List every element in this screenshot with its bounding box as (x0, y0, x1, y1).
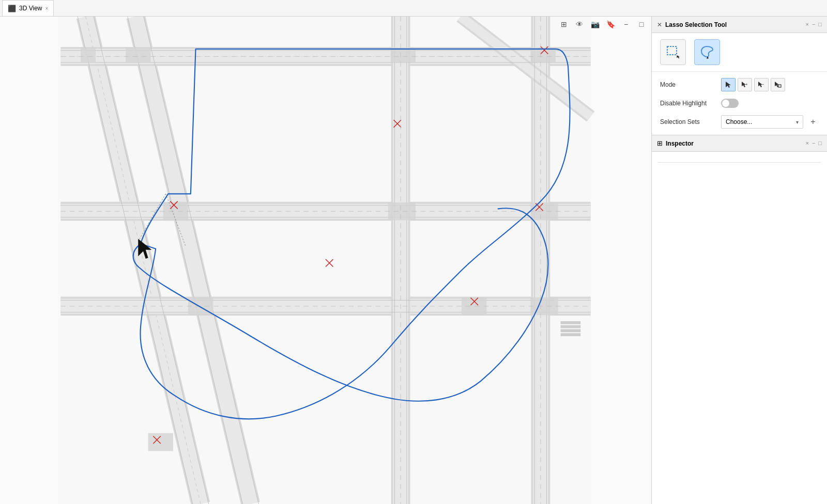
svg-rect-47 (561, 333, 581, 336)
inspector-win-controls: × − □ (805, 140, 822, 146)
mode-row: Mode + (660, 78, 819, 91)
svg-rect-46 (561, 329, 581, 332)
mode-intersect-btn[interactable] (771, 78, 785, 91)
selection-sets-row: Selection Sets Choose... ▾ + (660, 115, 819, 129)
disable-highlight-label: Disable Highlight (660, 100, 717, 107)
inspector-close-btn[interactable]: × (805, 140, 808, 146)
svg-rect-39 (531, 202, 558, 220)
disable-highlight-toggle[interactable] (721, 99, 739, 108)
view-toolbar: ⊞ 👁 📷 🔖 − □ (554, 17, 651, 32)
3d-view-tab-icon: ⬛ (8, 5, 16, 12)
inspector-title: Inspector (666, 140, 802, 147)
inspector-minimize-btn[interactable]: − (812, 140, 815, 146)
svg-rect-34 (391, 48, 416, 62)
right-panel: ✕ Lasso Selection Tool × − □ (651, 17, 827, 504)
add-selection-set-btn[interactable]: + (807, 116, 819, 128)
svg-rect-69 (667, 46, 677, 55)
lasso-select-btn[interactable] (694, 39, 720, 65)
svg-rect-37 (163, 202, 188, 220)
inspector-body (652, 152, 827, 504)
svg-rect-33 (81, 48, 96, 62)
lasso-win-controls: × − □ (805, 22, 822, 27)
dropdown-arrow-icon: ▾ (796, 119, 799, 125)
svg-marker-72 (726, 82, 731, 88)
selection-sets-dropdown[interactable]: Choose... ▾ (721, 115, 803, 129)
map-canvas[interactable] (0, 17, 651, 504)
svg-text:+: + (745, 82, 748, 87)
tool-icons-row (652, 33, 827, 72)
mode-add-btn[interactable]: + (738, 78, 752, 91)
lasso-panel-close[interactable]: × (805, 22, 808, 27)
visibility-btn[interactable]: 👁 (574, 19, 585, 30)
maximize-view-btn[interactable]: □ (636, 19, 647, 30)
lasso-panel-minimize[interactable]: − (812, 22, 815, 27)
inspector-panel: ⊞ Inspector × − □ (652, 135, 827, 504)
minimize-view-btn[interactable]: − (620, 19, 632, 30)
view-panel[interactable]: ⊞ 👁 📷 🔖 − □ (0, 17, 651, 504)
selection-sets-label: Selection Sets (660, 118, 717, 125)
inspector-divider (658, 162, 821, 163)
layers-btn[interactable]: ⊞ (558, 19, 570, 30)
selection-sets-value: Choose... (726, 118, 752, 125)
mode-select-btn[interactable] (721, 78, 736, 91)
svg-rect-38 (388, 202, 416, 220)
disable-highlight-row: Disable Highlight (660, 99, 819, 108)
main-area: ⊞ 👁 📷 🔖 − □ (0, 17, 827, 504)
inspector-maximize-btn[interactable]: □ (818, 140, 822, 146)
lasso-tool-icon: ✕ (657, 21, 662, 28)
svg-rect-44 (561, 321, 581, 324)
svg-rect-36 (126, 48, 150, 62)
tab-close-button[interactable]: × (45, 6, 48, 11)
lasso-panel-title: Lasso Selection Tool (665, 21, 802, 28)
mode-buttons: + − (721, 78, 785, 91)
tab-bar: ⬛ 3D View × (0, 0, 827, 17)
tab-label: 3D View (19, 5, 42, 12)
lasso-panel-body: Mode + (652, 72, 827, 135)
svg-rect-43 (148, 433, 173, 451)
camera-btn[interactable]: 📷 (589, 19, 601, 30)
lasso-panel-header: ✕ Lasso Selection Tool × − □ (652, 17, 827, 33)
lasso-panel-maximize[interactable]: □ (818, 22, 822, 27)
svg-rect-42 (531, 297, 558, 316)
mode-remove-btn[interactable]: − (754, 78, 769, 91)
bookmark-btn[interactable]: 🔖 (605, 19, 616, 30)
inspector-icon: ⊞ (657, 139, 663, 147)
svg-rect-45 (561, 325, 581, 328)
svg-rect-41 (462, 297, 486, 316)
inspector-header: ⊞ Inspector × − □ (652, 135, 827, 152)
tab-3d-view[interactable]: ⬛ 3D View × (2, 0, 54, 16)
mode-label: Mode (660, 81, 717, 88)
svg-marker-70 (677, 55, 680, 58)
rectangle-select-btn[interactable] (660, 39, 686, 65)
svg-rect-35 (531, 48, 556, 62)
svg-text:−: − (762, 82, 764, 87)
svg-rect-78 (778, 85, 781, 87)
lasso-tool-panel: ✕ Lasso Selection Tool × − □ (652, 17, 827, 135)
